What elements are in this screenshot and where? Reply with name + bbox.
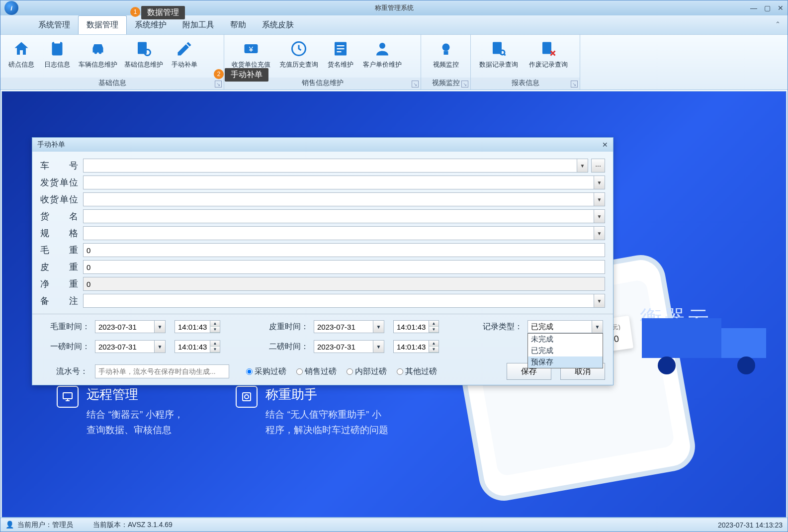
manual-supplement-dialog: 手动补单 ✕ 车号 ▼ ··· 发货单位 ▼ 收货单位 ▼ 货名 — [32, 137, 613, 385]
label-first-time: 一磅时间： — [40, 342, 95, 352]
label-gross-time: 毛重时间： — [40, 322, 95, 332]
dropdown-option[interactable]: 预保存 — [528, 356, 603, 368]
label-serial: 流水号： — [40, 366, 88, 377]
input-goods[interactable] — [83, 209, 594, 223]
record-type-combo[interactable]: ▼ 未完成 已完成 预保存 — [527, 320, 612, 333]
weigh-type-radios: 采购过磅 销售过磅 内部过磅 其他过磅 — [246, 366, 437, 377]
status-bar: 👤 当前用户：管理员 当前版本：AVSZ 3.1.4.69 2023-07-31… — [0, 518, 788, 532]
record-type-dropdown: 未完成 已完成 预保存 — [527, 333, 603, 368]
dropdown-option[interactable]: 未完成 — [528, 334, 603, 345]
tab-data-manage[interactable]: 数据管理 — [78, 15, 127, 35]
ribbon-base-maint[interactable]: 基础信息维护 — [121, 37, 167, 69]
input-gross[interactable] — [83, 243, 605, 257]
input-gross-date[interactable] — [95, 320, 155, 333]
svg-rect-15 — [721, 328, 766, 358]
chevron-down-icon[interactable]: ▼ — [373, 320, 384, 333]
svg-text:¥: ¥ — [249, 45, 254, 53]
ribbon-void-query[interactable]: 作废记录查询 — [524, 37, 573, 69]
group-launcher-icon[interactable]: ↘ — [412, 81, 419, 88]
input-receiver[interactable] — [83, 192, 594, 206]
app-logo-icon: i — [4, 1, 18, 15]
svg-rect-14 — [642, 318, 721, 358]
svg-point-8 — [379, 43, 385, 49]
menu-bar: 系统管理 数据管理 系统维护 附加工具 帮助 系统皮肤 ⌃ — [0, 15, 788, 34]
feature-remote: 远程管理 结合 “衡器云” 小程序，查询数据、审核信息 — [57, 386, 183, 438]
tab-system-manage[interactable]: 系统管理 — [30, 15, 78, 34]
input-first-time[interactable] — [175, 340, 210, 353]
dropdown-icon[interactable]: ▼ — [594, 294, 605, 308]
ribbon-recharge-history[interactable]: 充值历史查询 — [275, 37, 323, 69]
ribbon-record-query[interactable]: 数据记录查询 — [474, 37, 524, 69]
clipboard-icon — [47, 39, 67, 59]
ribbon-tip-info[interactable]: 磅点信息 — [3, 37, 39, 69]
input-record-type[interactable] — [527, 320, 592, 333]
input-tare-time[interactable] — [393, 320, 429, 333]
dropdown-icon[interactable]: ▼ — [594, 192, 605, 206]
spinner[interactable]: ▲▼ — [429, 320, 439, 333]
chevron-down-icon[interactable]: ▼ — [155, 320, 166, 333]
input-second-date[interactable] — [314, 340, 373, 353]
label-shipper: 发货单位 — [40, 177, 83, 188]
dropdown-icon[interactable]: ▼ — [594, 209, 605, 223]
ribbon-vehicle-maint[interactable]: 车辆信息维护 — [75, 37, 121, 69]
svg-point-16 — [658, 356, 676, 374]
ribbon-receiver-recharge[interactable]: ¥ 收货单位充值 — [227, 37, 275, 69]
ribbon-expand-icon[interactable]: ⌃ — [775, 20, 781, 28]
chevron-down-icon[interactable]: ▼ — [155, 340, 166, 353]
svg-rect-10 — [443, 51, 448, 55]
dropdown-icon[interactable]: ▼ — [594, 176, 605, 189]
input-shipper[interactable] — [83, 176, 594, 189]
remote-icon — [57, 386, 79, 408]
label-record-type: 记录类型： — [478, 322, 527, 332]
radio-purchase[interactable]: 采购过磅 — [246, 366, 286, 377]
tab-skin[interactable]: 系统皮肤 — [254, 15, 302, 34]
close-window-icon[interactable]: ✕ — [778, 4, 784, 12]
input-first-date[interactable] — [95, 340, 155, 353]
input-tare-date[interactable] — [314, 320, 373, 333]
ribbon-log-info[interactable]: 日志信息 — [39, 37, 75, 69]
dropdown-icon[interactable]: ▼ — [577, 159, 588, 173]
chevron-down-icon[interactable]: ▼ — [373, 340, 384, 353]
label-remark: 备注 — [40, 295, 83, 307]
dialog-title-bar[interactable]: 手动补单 ✕ — [32, 138, 613, 152]
radio-sale[interactable]: 销售过磅 — [296, 366, 337, 377]
svg-rect-0 — [52, 42, 63, 56]
user-icon: 👤 — [5, 521, 13, 529]
input-remark[interactable] — [83, 294, 594, 308]
ribbon-video-monitor[interactable]: 视频监控 — [424, 37, 467, 69]
dialog-close-icon[interactable]: ✕ — [602, 141, 608, 149]
label-plate: 车号 — [40, 160, 83, 172]
label-goods: 货名 — [40, 210, 83, 222]
maximize-icon[interactable]: ▢ — [764, 4, 771, 12]
label-gross: 毛重 — [40, 244, 83, 256]
doc-void-icon — [538, 39, 558, 59]
plate-browse-button[interactable]: ··· — [591, 159, 605, 173]
spinner[interactable]: ▲▼ — [210, 320, 220, 333]
ribbon-customer-price[interactable]: 客户单价维护 — [358, 37, 406, 69]
input-second-time[interactable] — [393, 340, 429, 353]
ribbon-group-video: 视频监控 视频监控 ↘ — [421, 35, 471, 89]
callout-2: 2 手动补单 — [225, 68, 268, 82]
spinner[interactable]: ▲▼ — [429, 340, 439, 353]
group-launcher-icon[interactable]: ↘ — [571, 81, 578, 88]
wallet-icon: ¥ — [241, 39, 261, 59]
group-launcher-icon[interactable]: ↘ — [215, 81, 222, 88]
radio-other[interactable]: 其他过磅 — [397, 366, 437, 377]
input-tare[interactable] — [83, 260, 605, 274]
ribbon-goods-maint[interactable]: 货名维护 — [323, 37, 358, 69]
input-serial[interactable] — [95, 364, 229, 378]
group-launcher-icon[interactable]: ↘ — [461, 81, 468, 88]
minimize-icon[interactable]: — — [750, 4, 757, 12]
input-plate[interactable] — [83, 159, 577, 173]
input-gross-time[interactable] — [175, 320, 210, 333]
radio-internal[interactable]: 内部过磅 — [347, 366, 387, 377]
ribbon-group-basic: 磅点信息 日志信息 车辆信息维护 基础信息维护 手动补单 — [0, 35, 224, 89]
svg-rect-2 — [138, 42, 147, 54]
chevron-down-icon[interactable]: ▼ — [592, 320, 603, 333]
spinner[interactable]: ▲▼ — [210, 340, 220, 353]
dropdown-icon[interactable]: ▼ — [594, 226, 605, 240]
ribbon-manual-supp[interactable]: 手动补单 — [167, 37, 202, 69]
tab-help[interactable]: 帮助 — [222, 15, 254, 34]
dropdown-option[interactable]: 已完成 — [528, 345, 603, 356]
input-spec[interactable] — [83, 226, 594, 240]
